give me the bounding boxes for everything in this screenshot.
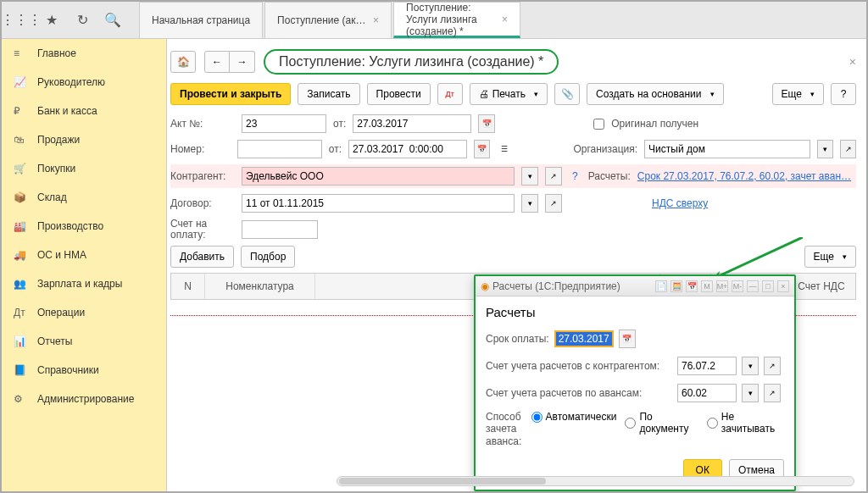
sidebar-item-salary[interactable]: 👥Зарплата и кадры bbox=[2, 269, 166, 298]
sidebar-item-assets[interactable]: 🚚ОС и НМА bbox=[2, 241, 166, 269]
help-button[interactable]: ? bbox=[831, 83, 856, 105]
sidebar-item-admin[interactable]: ⚙Администрирование bbox=[2, 385, 166, 413]
due-input[interactable]: 27.03.2017 bbox=[554, 330, 614, 347]
number-date-input[interactable] bbox=[348, 140, 467, 158]
win-icon[interactable]: 🧮 bbox=[670, 280, 682, 292]
home-button[interactable]: 🏠 bbox=[170, 51, 196, 73]
open-icon[interactable]: ↗ bbox=[764, 384, 781, 402]
dropdown-icon[interactable]: ▾ bbox=[742, 384, 759, 402]
open-icon[interactable]: ↗ bbox=[545, 167, 562, 186]
win-m-icon[interactable]: M bbox=[701, 280, 713, 292]
radio-doc[interactable]: По документу bbox=[625, 411, 698, 435]
radio-label: Не зачитывать bbox=[721, 411, 784, 435]
cart-icon: 🛒 bbox=[14, 163, 27, 174]
win-mplus-icon[interactable]: M+ bbox=[716, 280, 728, 292]
org-input[interactable] bbox=[644, 140, 810, 158]
dtkt-button[interactable]: Дт bbox=[437, 83, 463, 105]
help-link[interactable]: ? bbox=[572, 170, 578, 182]
list-icon[interactable]: ☰ bbox=[497, 140, 513, 158]
bars-icon: 📊 bbox=[14, 335, 27, 347]
tab-current[interactable]: Поступление: Услуги лизинга (создание) *… bbox=[393, 2, 520, 38]
col-n: N bbox=[171, 274, 205, 299]
back-button[interactable]: ← bbox=[204, 51, 230, 73]
tab-receipts[interactable]: Поступление (акты, накладные)× bbox=[264, 2, 392, 38]
forward-button[interactable]: → bbox=[230, 51, 255, 73]
radio-auto[interactable]: Автоматически bbox=[531, 411, 617, 423]
sidebar-item-purchases[interactable]: 🛒Покупки bbox=[2, 154, 166, 183]
attach-button[interactable]: 📎 bbox=[554, 83, 580, 105]
book-icon: 📘 bbox=[14, 364, 27, 376]
apps-icon[interactable]: ⋮⋮⋮ bbox=[14, 13, 29, 28]
win-icon[interactable]: 📄 bbox=[655, 280, 667, 292]
close-icon[interactable]: × bbox=[777, 280, 789, 292]
bill-label: Счет на оплату: bbox=[170, 219, 235, 241]
acc1-input[interactable] bbox=[677, 357, 737, 375]
radio-none[interactable]: Не зачитывать bbox=[707, 411, 784, 435]
calc-label: Расчеты: bbox=[588, 170, 631, 182]
star-icon[interactable]: ★ bbox=[44, 13, 59, 28]
calc-link[interactable]: Срок 27.03.2017, 76.07.2, 60.02, зачет а… bbox=[637, 170, 851, 182]
sidebar-item-warehouse[interactable]: 📦Склад bbox=[2, 183, 166, 212]
calendar-icon[interactable]: 📅 bbox=[474, 140, 490, 158]
open-icon[interactable]: ↗ bbox=[764, 357, 781, 375]
open-icon[interactable]: ↗ bbox=[840, 140, 856, 158]
minimize-icon[interactable]: — bbox=[747, 280, 759, 292]
radio-input[interactable] bbox=[707, 418, 718, 429]
original-checkbox[interactable] bbox=[593, 119, 604, 130]
add-button[interactable]: Добавить bbox=[170, 246, 234, 268]
sidebar-item-bank[interactable]: ₽Банк и касса bbox=[2, 97, 166, 125]
sidebar-item-manager[interactable]: 📈Руководителю bbox=[2, 68, 166, 97]
post-button[interactable]: Провести bbox=[367, 83, 431, 105]
contract-input[interactable] bbox=[242, 194, 515, 213]
create-based-button[interactable]: Создать на основании bbox=[587, 83, 724, 105]
acc2-input[interactable] bbox=[677, 384, 737, 402]
maximize-icon[interactable]: □ bbox=[762, 280, 774, 292]
more-table-button[interactable]: Еще bbox=[804, 246, 856, 268]
save-button[interactable]: Записать bbox=[298, 83, 359, 105]
scrollbar-thumb[interactable] bbox=[339, 478, 546, 485]
bill-input[interactable] bbox=[242, 220, 318, 239]
modal-titlebar[interactable]: ◉ Расчеты (1С:Предприятие) 📄 🧮 📅 M M+ M-… bbox=[476, 276, 794, 296]
ruble-icon: ₽ bbox=[14, 105, 27, 117]
dropdown-icon[interactable]: ▾ bbox=[521, 167, 538, 186]
from-label2: от: bbox=[329, 143, 342, 155]
post-and-close-button[interactable]: Провести и закрыть bbox=[170, 83, 291, 105]
acc2-label: Счет учета расчетов по авансам: bbox=[486, 387, 672, 399]
nds-link[interactable]: НДС сверху bbox=[652, 197, 708, 209]
search-icon[interactable]: 🔍 bbox=[105, 13, 120, 28]
sidebar-item-reports[interactable]: 📊Отчеты bbox=[2, 327, 166, 356]
open-icon[interactable]: ↗ bbox=[545, 194, 562, 213]
pick-button[interactable]: Подбор bbox=[241, 246, 295, 268]
contragent-input[interactable] bbox=[242, 167, 515, 186]
tab-home[interactable]: Начальная страница bbox=[139, 2, 263, 38]
factory-icon: 🏭 bbox=[14, 220, 27, 232]
act-no-input[interactable] bbox=[242, 114, 326, 133]
dropdown-icon[interactable]: ▾ bbox=[521, 194, 538, 213]
sidebar-item-production[interactable]: 🏭Производство bbox=[2, 212, 166, 241]
close-page-icon[interactable]: × bbox=[849, 55, 856, 69]
close-icon[interactable]: × bbox=[502, 14, 508, 25]
win-icon[interactable]: 📅 bbox=[686, 280, 698, 292]
radio-input[interactable] bbox=[531, 412, 542, 423]
close-icon[interactable]: × bbox=[373, 14, 379, 26]
sidebar-item-sales[interactable]: 🛍Продажи bbox=[2, 125, 166, 154]
more-button[interactable]: Еще bbox=[772, 83, 824, 105]
horizontal-scrollbar[interactable] bbox=[337, 476, 854, 486]
act-date-input[interactable] bbox=[353, 114, 471, 133]
sidebar-label: Склад bbox=[37, 191, 67, 203]
dropdown-icon[interactable]: ▾ bbox=[817, 140, 833, 158]
calendar-icon[interactable]: 📅 bbox=[619, 330, 636, 348]
sidebar-item-operations[interactable]: ДтОперации bbox=[2, 298, 166, 327]
dropdown-icon[interactable]: ▾ bbox=[742, 357, 759, 375]
number-input[interactable] bbox=[237, 140, 322, 158]
chart-icon: 📈 bbox=[14, 76, 27, 88]
sidebar-item-catalogs[interactable]: 📘Справочники bbox=[2, 356, 166, 385]
print-button[interactable]: 🖨Печать bbox=[470, 83, 548, 105]
contragent-label: Контрагент: bbox=[170, 170, 235, 182]
win-mminus-icon[interactable]: M- bbox=[732, 280, 743, 292]
sidebar-label: Справочники bbox=[37, 364, 99, 376]
calendar-icon[interactable]: 📅 bbox=[478, 114, 495, 133]
radio-input[interactable] bbox=[625, 418, 636, 429]
history-icon[interactable]: ↻ bbox=[75, 13, 90, 28]
sidebar-item-main[interactable]: ≡Главное bbox=[2, 39, 166, 68]
